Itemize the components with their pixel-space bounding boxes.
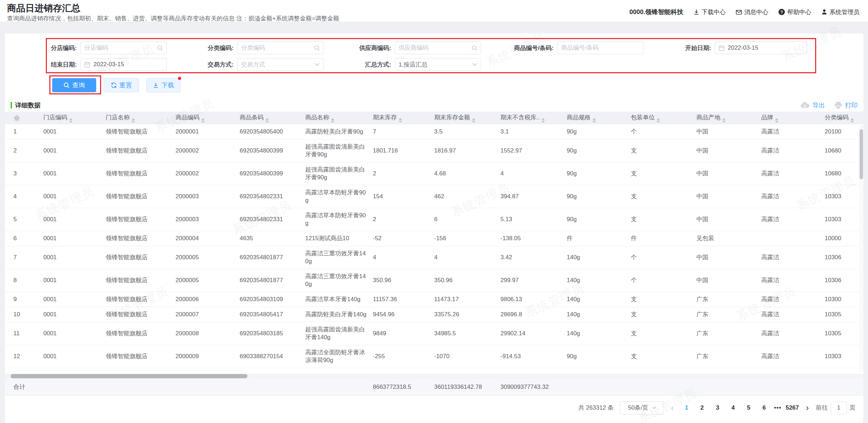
header-product-code[interactable]: 商品编码 [176, 112, 240, 124]
category-code-input[interactable] [237, 42, 324, 54]
sort-caret-icon[interactable] [472, 118, 475, 123]
reset-button[interactable]: 重置 [104, 78, 139, 92]
page-number-1[interactable]: 1 [681, 404, 692, 411]
table-cell: 29902.14 [500, 322, 567, 345]
header-ending-stock-no-tax[interactable]: 期末不含税库.. [500, 112, 567, 124]
supplier-code-field[interactable] [395, 42, 472, 54]
table-row[interactable]: 80001领锋智能旗舰店20000056920354801877高露洁三重功效牙… [5, 269, 863, 292]
table-row[interactable]: 40001领锋智能旗舰店20000036920354802331高露洁草本防蛀牙… [5, 185, 863, 208]
vertical-scrollbar-thumb[interactable] [860, 129, 863, 179]
header-ending-stock-amount[interactable]: 期末库存金额 [434, 112, 500, 124]
table-cell: 10306 [825, 269, 863, 292]
sort-caret-icon[interactable] [657, 118, 660, 123]
help-center-link[interactable]: ? 帮助中心 [778, 8, 811, 16]
page-size-select[interactable]: 50条/页 [620, 401, 664, 415]
table-row[interactable]: 120001领锋智能旗舰店20000096903388270154高露洁全面防蛀… [5, 345, 863, 368]
message-center-link[interactable]: 消息中心 [735, 8, 768, 16]
page-number-4[interactable]: 4 [727, 404, 739, 411]
sort-caret-icon[interactable] [399, 118, 402, 123]
prev-page-button[interactable]: ‹ [670, 404, 675, 412]
header-origin[interactable]: 商品产地 [696, 112, 761, 124]
sort-caret-icon[interactable] [131, 118, 135, 123]
search-icon[interactable] [314, 45, 320, 51]
table-cell: 6920354800399 [240, 139, 305, 162]
sort-caret-icon[interactable] [201, 118, 205, 123]
table-cell: 140g [567, 322, 631, 345]
print-link[interactable]: 打印 [834, 101, 858, 110]
table-row[interactable]: 20001领锋智能旗舰店20000026920354800399超强高露固齿清新… [5, 139, 863, 162]
supplier-code-input[interactable] [395, 42, 481, 54]
sort-caret-icon[interactable] [592, 118, 596, 123]
end-date-input[interactable]: 2022-03-15 [80, 58, 167, 71]
table-row[interactable]: 60001领锋智能旗舰店200000446351215测试商品10-52-156… [5, 231, 863, 246]
sort-caret-icon[interactable] [850, 118, 854, 123]
page-number-3[interactable]: 3 [712, 404, 723, 411]
table-row[interactable]: 70001领锋智能旗舰店20000056920354801877高露洁三重功效牙… [5, 246, 863, 269]
branch-code-input[interactable] [80, 42, 167, 54]
start-date-input[interactable]: 2022-03-15 [715, 42, 807, 54]
sort-caret-icon[interactable] [541, 118, 545, 123]
header-barcode[interactable]: 商品条码 [240, 112, 305, 124]
chevron-down-icon [472, 63, 477, 66]
goto-page-input[interactable] [831, 402, 847, 414]
sort-caret-icon[interactable] [265, 118, 269, 123]
table-cell: 34985.5 [434, 322, 500, 345]
table-cell: 领锋智能旗舰店 [106, 124, 176, 139]
table-cell: 90g [567, 139, 631, 162]
table-cell: 2000003 [176, 185, 240, 208]
download-button[interactable]: 下载 [146, 78, 180, 92]
branch-code-field[interactable] [81, 42, 157, 54]
more-pages-icon[interactable]: ••• [774, 404, 781, 411]
header-brand[interactable]: 品牌 [761, 112, 825, 124]
vertical-scrollbar[interactable] [859, 125, 863, 372]
trade-type-select[interactable]: 交易方式 [237, 58, 324, 71]
page-number-6[interactable]: 6 [758, 404, 770, 411]
table-cell: 支 [631, 162, 696, 185]
column-settings-button[interactable] [5, 112, 43, 124]
table-row[interactable]: 110001领锋智能旗舰店20000086920354803185超强高露固齿清… [5, 322, 863, 345]
table-cell: 0001 [43, 322, 106, 345]
table-cell: 高露洁 [761, 139, 825, 162]
header-spec[interactable]: 商品规格 [567, 112, 631, 124]
sort-caret-icon[interactable] [331, 118, 334, 123]
table-row[interactable]: 100001领锋智能旗舰店20000076920354805417高露防蛀美白牙… [5, 307, 863, 322]
summary-type-select[interactable]: 1.按店汇总 [395, 58, 481, 71]
sort-caret-icon[interactable] [722, 118, 726, 123]
sort-caret-icon[interactable] [69, 118, 73, 123]
table-cell: 2000003 [176, 208, 240, 231]
table-cell: 10306 [825, 246, 863, 269]
page-number-2[interactable]: 2 [696, 404, 708, 411]
table-header-row: 门店编码 门店名称 商品编码 商品条码 商品名称 期末库存 期末库存金额 期末不… [5, 112, 863, 124]
user-menu[interactable]: 系统管理员 [821, 8, 860, 16]
header-ending-stock[interactable]: 期末库存 [373, 112, 434, 124]
search-icon[interactable] [157, 45, 163, 51]
header-category-code[interactable]: 分类编码 [825, 112, 863, 124]
category-code-field[interactable] [238, 42, 314, 54]
header-store-code[interactable]: 门店编码 [43, 112, 106, 124]
table-cell: -914.53 [500, 345, 567, 368]
search-icon[interactable] [472, 45, 478, 51]
product-code-field[interactable] [558, 42, 643, 54]
help-center-label: 帮助中心 [787, 8, 811, 16]
product-code-input[interactable] [557, 42, 644, 54]
header-package-unit[interactable]: 包装单位 [631, 112, 696, 124]
table-row[interactable]: 90001领锋智能旗舰店20000066920354803109高露洁草本牙膏1… [5, 292, 863, 307]
page-number-5[interactable]: 5 [743, 404, 754, 411]
table-cell: 299.97 [500, 269, 567, 292]
export-link[interactable]: 导出 [800, 101, 825, 110]
table-row[interactable]: 10001领锋智能旗舰店20000016920354805400高露防蛀美白牙膏… [5, 124, 863, 139]
sort-caret-icon[interactable] [775, 118, 778, 123]
table-cell: 中国 [696, 124, 761, 139]
table-cell: 9849 [373, 322, 434, 345]
header-product-name[interactable]: 商品名称 [305, 112, 373, 124]
horizontal-scrollbar[interactable] [5, 374, 863, 379]
next-page-button[interactable]: › [805, 404, 809, 412]
table-cell: 个 [631, 269, 696, 292]
table-row[interactable]: 30001领锋智能旗舰店20000026920354800399超强高露固齿清新… [5, 162, 863, 185]
table-row[interactable]: 50001领锋智能旗舰店20000036920354802331高露洁草本防蛀牙… [5, 208, 863, 231]
header-store-name[interactable]: 门店名称 [106, 112, 176, 124]
download-center-link[interactable]: 下载中心 [693, 8, 726, 16]
page-number-last[interactable]: 5267 [786, 404, 799, 411]
horizontal-scrollbar-thumb[interactable] [11, 374, 247, 378]
query-button[interactable]: 查询 [52, 78, 96, 92]
